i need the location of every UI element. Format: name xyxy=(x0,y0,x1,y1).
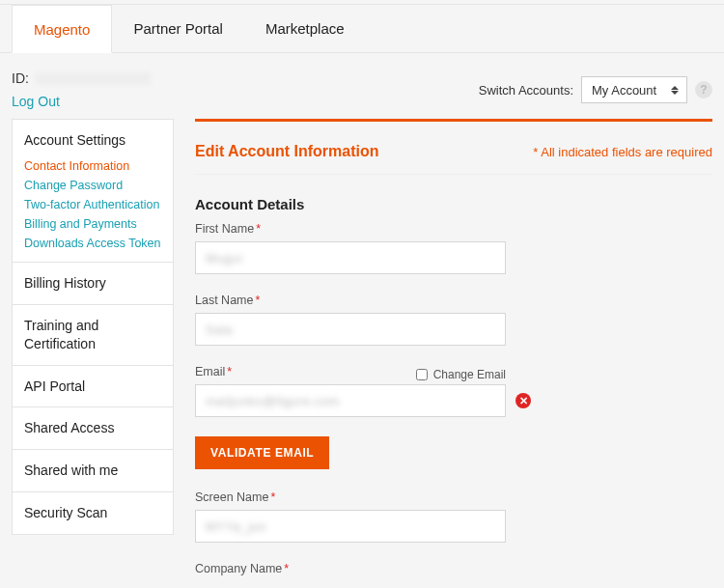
last-name-input[interactable]: Sala xyxy=(195,313,506,346)
last-name-label: Last Name* xyxy=(195,294,712,307)
change-email-label: Change Email xyxy=(433,368,506,381)
email-label: Email* xyxy=(195,365,232,378)
error-icon: ✕ xyxy=(515,393,531,408)
sidebar-link-two-factor-auth[interactable]: Two-factor Authentication xyxy=(24,198,161,211)
screen-name-input[interactable]: MYYa_jon xyxy=(195,510,506,543)
change-email-checkbox[interactable] xyxy=(416,369,428,380)
logout-link[interactable]: Log Out xyxy=(12,94,151,109)
sidebar-item-billing-history[interactable]: Billing History xyxy=(24,274,161,293)
sidebar-item-shared-with-me[interactable]: Shared with me xyxy=(24,462,161,480)
id-label: ID: xyxy=(12,70,29,86)
switch-accounts-label: Switch Accounts: xyxy=(479,83,573,98)
sidebar-link-downloads-token[interactable]: Downloads Access Token xyxy=(24,237,161,250)
first-name-label: First Name* xyxy=(195,222,712,236)
main-content: Edit Account Information * All indicated… xyxy=(195,119,712,581)
email-input[interactable]: mailjunko@figure.com xyxy=(195,384,506,417)
tab-magento[interactable]: Magento xyxy=(12,5,112,53)
tab-partner-portal[interactable]: Partner Portal xyxy=(112,5,244,52)
section-title-account-details: Account Details xyxy=(195,196,712,212)
switch-accounts-select[interactable]: My Account xyxy=(581,76,687,103)
first-name-input[interactable]: Mugur xyxy=(195,241,506,274)
top-tabs: Magento Partner Portal Marketplace xyxy=(0,5,724,53)
sidebar-link-change-password[interactable]: Change Password xyxy=(24,179,161,192)
switch-accounts-value: My Account xyxy=(592,83,656,98)
tab-marketplace[interactable]: Marketplace xyxy=(244,5,366,52)
sidebar-item-account-settings[interactable]: Account Settings xyxy=(24,131,161,150)
screen-name-label: Screen Name* xyxy=(195,490,712,504)
sidebar-link-billing-payments[interactable]: Billing and Payments xyxy=(24,217,161,231)
company-name-label: Company Name* xyxy=(195,562,712,575)
sidebar: Account Settings Contact Information Cha… xyxy=(12,119,174,535)
help-icon[interactable]: ? xyxy=(695,81,712,98)
sidebar-link-contact-information[interactable]: Contact Information xyxy=(24,159,161,173)
sidebar-item-api-portal[interactable]: API Portal xyxy=(24,378,161,396)
chevron-updown-icon xyxy=(671,86,679,95)
sidebar-item-training-certification[interactable]: Training and Certification xyxy=(24,317,161,353)
validate-email-button[interactable]: VALIDATE EMAIL xyxy=(195,436,329,469)
sidebar-item-security-scan[interactable]: Security Scan xyxy=(24,504,161,522)
required-fields-note: * All indicated fields are required xyxy=(533,145,712,159)
sidebar-item-shared-access[interactable]: Shared Access xyxy=(24,419,161,437)
account-id-value xyxy=(35,72,151,85)
page-title: Edit Account Information xyxy=(195,143,379,160)
